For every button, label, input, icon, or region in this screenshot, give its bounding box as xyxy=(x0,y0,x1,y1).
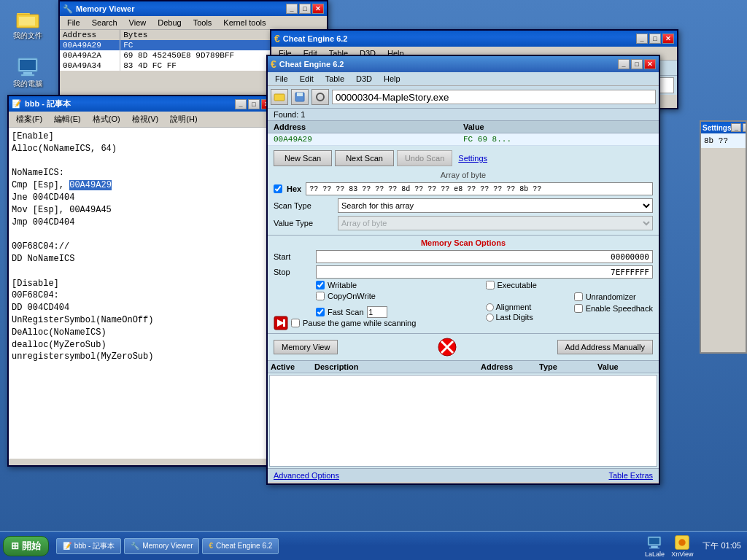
start-button[interactable]: ⊞ 開始 xyxy=(3,536,49,556)
ce-table-header: Active Description Address Type Value xyxy=(268,361,659,373)
my-computer-icon[interactable]: 我的電腦 xyxy=(6,55,50,89)
copy-on-write-checkbox[interactable] xyxy=(316,292,325,300)
fast-scan-input[interactable] xyxy=(367,306,387,318)
svg-rect-26 xyxy=(649,548,659,548)
taskbar-item-memory-viewer[interactable]: 🔧 Memory Viewer xyxy=(124,538,199,554)
menu-debug[interactable]: Debug xyxy=(153,18,185,28)
notepad-menu-format[interactable]: 格式(O) xyxy=(88,113,125,125)
memory-viewer-menubar: File Search View Debug Tools Kernel tool… xyxy=(60,16,327,30)
right-panel-minimize-btn[interactable]: _ xyxy=(731,123,741,132)
memory-view-button[interactable]: Memory View xyxy=(274,340,338,354)
right-panel-titlebar: Settings _ □ ✕ xyxy=(701,122,746,133)
notepad-title: bbb - 記事本 xyxy=(25,98,71,109)
next-scan-button[interactable]: Next Scan xyxy=(335,150,394,166)
taskbar: ⊞ 開始 📝 bbb - 記事本 🔧 Memory Viewer € Cheat… xyxy=(0,531,747,560)
my-documents-icon[interactable]: 我的文件 xyxy=(6,7,50,41)
pause-game-label: Pause the game while scanning xyxy=(303,319,416,327)
table-col-description: Description xyxy=(314,362,481,371)
enable-speedhack-checkbox[interactable] xyxy=(574,304,583,313)
svg-rect-5 xyxy=(23,72,32,74)
my-documents-label: 我的文件 xyxy=(13,31,42,41)
fast-scan-checkbox[interactable] xyxy=(316,308,325,316)
writable-checkbox[interactable] xyxy=(316,281,325,289)
pause-game-checkbox[interactable] xyxy=(291,319,300,327)
notepad-menu-edit[interactable]: 編輯(E) xyxy=(50,113,85,125)
results-col-value: Value xyxy=(463,122,653,131)
unrandomizer-label: Unrandomizer xyxy=(586,292,636,301)
ce-footer: Advanced Options Table Extras xyxy=(268,468,659,482)
hex-label: Hex xyxy=(287,184,301,193)
ce-dialog-minimize-btn[interactable]: _ xyxy=(618,59,630,69)
advanced-options-link[interactable]: Advanced Options xyxy=(274,471,339,480)
alignment-radio[interactable] xyxy=(486,303,494,311)
alignment-label: Alignment xyxy=(496,303,532,311)
ce-main-minimize-btn[interactable]: _ xyxy=(636,34,648,44)
menu-file[interactable]: File xyxy=(63,18,85,28)
hex-input[interactable] xyxy=(306,182,653,195)
menu-view[interactable]: View xyxy=(125,18,151,28)
add-address-manually-button[interactable]: Add Address Manually xyxy=(557,340,653,354)
ce-main-close-btn[interactable]: ✕ xyxy=(662,34,674,44)
ce-table-content xyxy=(269,375,657,467)
taskbar-desktop-icon-1[interactable]: LaLale xyxy=(643,534,666,558)
ce-scan-buttons: New Scan Next Scan Undo Scan Settings xyxy=(274,150,653,166)
ce-result-row[interactable]: 00A49A29 FC 69 8... xyxy=(268,133,659,146)
hex-checkbox[interactable] xyxy=(274,184,282,193)
menu-search[interactable]: Search xyxy=(88,18,122,28)
ce-open-btn[interactable] xyxy=(271,89,288,105)
menu-tools[interactable]: Tools xyxy=(189,18,217,28)
settings-link[interactable]: Settings xyxy=(458,154,487,163)
taskbar-item-cheat-engine[interactable]: € Cheat Engine 6.2 xyxy=(202,538,279,554)
start-input[interactable] xyxy=(316,250,653,263)
ce-dialog-menu-help[interactable]: Help xyxy=(379,74,405,84)
ce-config-btn[interactable] xyxy=(311,89,329,105)
table-col-type: Type xyxy=(539,362,597,371)
notepad-taskbar-icon: 📝 xyxy=(63,542,71,550)
ce-main-maximize-btn[interactable]: □ xyxy=(649,34,661,44)
stop-input[interactable] xyxy=(316,265,653,279)
right-panel-maximize-btn[interactable]: □ xyxy=(743,123,747,132)
ce-dialog-menu-d3d[interactable]: D3D xyxy=(352,74,376,84)
memory-viewer-minimize-btn[interactable]: _ xyxy=(286,4,298,14)
memory-viewer-title: Memory Viewer xyxy=(76,4,135,13)
memory-viewer-maximize-btn[interactable]: □ xyxy=(299,4,311,14)
taskbar-desktop-icon-2[interactable]: XnView xyxy=(670,534,694,558)
executable-label: Executable xyxy=(498,281,537,289)
taskbar-items: 📝 bbb - 記事本 🔧 Memory Viewer € Cheat Engi… xyxy=(56,538,279,554)
notepad-menu-file[interactable]: 檔案(F) xyxy=(12,113,47,125)
scan-type-row: Scan Type Search for this array xyxy=(274,198,653,213)
notepad-minimize-btn[interactable]: _ xyxy=(235,99,247,109)
menu-kernel-tools[interactable]: Kernel tools xyxy=(219,18,270,28)
ce-scan-section: New Scan Next Scan Undo Scan Settings Ar… xyxy=(268,146,659,236)
unrandomizer-checkbox[interactable] xyxy=(574,292,583,301)
svg-rect-13 xyxy=(274,94,285,101)
ce-dialog-menu-table[interactable]: Table xyxy=(321,74,349,84)
taskbar-item-notepad[interactable]: 📝 bbb - 記事本 xyxy=(56,538,122,554)
notepad-menu-help[interactable]: 說明(H) xyxy=(166,113,201,125)
copy-on-write-label: CopyOnWrite xyxy=(328,292,376,300)
new-scan-button[interactable]: New Scan xyxy=(274,150,332,166)
svg-rect-2 xyxy=(19,17,35,26)
ce-dialog-menu-edit[interactable]: Edit xyxy=(295,74,318,84)
ce-dialog-window: € Cheat Engine 6.2 _ □ ✕ File Edit Table… xyxy=(266,55,660,485)
ce-dialog-close-btn[interactable]: ✕ xyxy=(644,59,656,69)
ce-save-file-btn[interactable] xyxy=(291,89,309,105)
ce-main-title: Cheat Engine 6.2 xyxy=(283,34,348,43)
memory-viewer-close-btn[interactable]: ✕ xyxy=(312,4,324,14)
notepad-content[interactable]: [Enable] Alloc(NoNameICS, 64) NoNameICS:… xyxy=(9,128,276,459)
ce-dialog-maximize-btn[interactable]: □ xyxy=(631,59,643,69)
executable-checkbox[interactable] xyxy=(486,281,495,289)
stop-icon[interactable] xyxy=(437,337,457,357)
undo-scan-button[interactable]: Undo Scan xyxy=(397,150,452,166)
notepad-menu-view[interactable]: 檢視(V) xyxy=(128,113,163,125)
ce-dialog-menu-file[interactable]: File xyxy=(271,74,293,84)
array-of-byte-label: Array of byte xyxy=(274,171,653,179)
value-type-select: Array of byte xyxy=(338,216,653,230)
table-extras-link[interactable]: Table Extras xyxy=(608,471,653,480)
last-digits-radio[interactable] xyxy=(486,314,494,322)
ce-process-search-input[interactable] xyxy=(332,90,656,104)
table-col-active: Active xyxy=(271,362,314,371)
notepad-title-icon: 📝 xyxy=(12,99,22,109)
notepad-maximize-btn[interactable]: □ xyxy=(248,99,260,109)
scan-type-select[interactable]: Search for this array xyxy=(338,198,653,213)
